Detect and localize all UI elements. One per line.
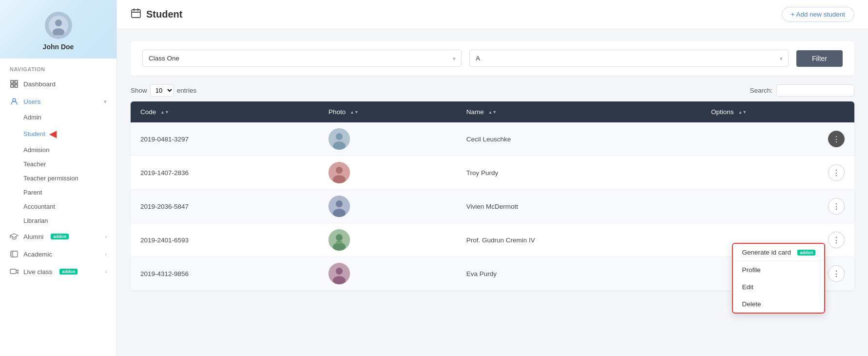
users-chevron-icon: ▾ <box>104 99 107 105</box>
sidebar-subitem-accountant[interactable]: Accountant <box>0 199 116 214</box>
page-title: Student <box>146 9 182 20</box>
svg-point-18 <box>336 200 343 207</box>
sidebar-item-alumni[interactable]: Alumni addon › <box>0 228 116 245</box>
main-content: Student + Add new student Class One Clas… <box>117 0 868 356</box>
dropdown-item-delete[interactable]: Delete <box>733 296 824 313</box>
liveclass-icon <box>10 267 19 276</box>
row-0-photo <box>319 122 457 156</box>
svg-point-25 <box>336 268 343 275</box>
row-2-options-button[interactable]: ⋮ <box>828 198 845 215</box>
sidebar-item-label-academic: Academic <box>23 251 52 258</box>
dropdown-item-edit[interactable]: Edit <box>733 278 824 296</box>
row-4-photo <box>319 257 457 291</box>
sidebar-item-label-alumni: Alumni <box>23 233 43 240</box>
content-area: Class One Class Two Class Three ▾ A B C … <box>117 29 868 356</box>
student-photo-0 <box>328 128 350 150</box>
show-entries-control: Show 10 25 50 entries <box>131 84 196 97</box>
student-photo-3 <box>328 229 350 251</box>
row-0-options: ⋮ <box>701 122 854 156</box>
row-0-name: Cecil Leuschke <box>457 122 701 156</box>
code-sort-icon: ▲▼ <box>160 110 169 115</box>
section-select[interactable]: A B C <box>469 50 789 67</box>
options-dropdown-menu: Generate id card addon Profile Edit Dele… <box>732 243 825 314</box>
row-1-code: 2019-1407-2836 <box>131 156 319 190</box>
svg-rect-23 <box>336 241 342 244</box>
sidebar-subitem-teacher[interactable]: Teacher <box>0 157 116 171</box>
entries-select[interactable]: 10 25 50 <box>150 84 174 97</box>
sidebar-item-users[interactable]: Users ▾ <box>0 93 116 110</box>
generate-id-addon-badge: addon <box>797 250 815 256</box>
liveclass-chevron-icon: › <box>105 269 107 275</box>
sidebar-subitem-student[interactable]: Student ◀ <box>0 124 116 143</box>
row-1-options: ⋮ <box>701 156 854 190</box>
table-row: 2019-2036-5847 Vivien McDermott <box>131 190 854 223</box>
row-2-name: Vivien McDermott <box>457 190 701 223</box>
row-2-photo <box>319 190 457 223</box>
row-1-name: Troy Purdy <box>457 156 701 190</box>
sidebar-item-dashboard[interactable]: Dashboard <box>0 75 116 93</box>
row-3-name: Prof. Gudrun Cremin IV <box>457 223 701 257</box>
filter-bar: Class One Class Two Class Three ▾ A B C … <box>131 41 854 76</box>
users-icon <box>10 97 19 106</box>
svg-rect-9 <box>10 269 16 274</box>
student-photo-1 <box>328 162 350 183</box>
delete-label: Delete <box>742 300 761 308</box>
filter-button[interactable]: Filter <box>796 50 843 67</box>
row-4-name: Eva Purdy <box>457 257 701 291</box>
show-label: Show <box>131 87 147 94</box>
row-3-options-button[interactable]: ⋮ <box>828 232 845 248</box>
page-title-area: Student <box>131 8 182 21</box>
dropdown-item-profile[interactable]: Profile <box>733 261 824 278</box>
table-row: 2019-1407-2836 Troy Purdy <box>131 156 854 190</box>
student-photo-2 <box>328 196 350 217</box>
sidebar-subitem-teacher-permission[interactable]: Teacher permission <box>0 171 116 185</box>
sidebar-subitem-admision[interactable]: Admision <box>0 143 116 157</box>
calendar-icon <box>131 8 141 21</box>
row-0-code: 2019-0481-3297 <box>131 122 319 156</box>
svg-point-21 <box>336 234 343 241</box>
academic-icon <box>10 250 19 258</box>
col-photo: Photo ▲▼ <box>319 101 457 122</box>
search-input[interactable] <box>776 84 854 97</box>
sidebar-header: John Doe <box>0 0 116 59</box>
row-3-photo <box>319 223 457 257</box>
sidebar-item-label-dashboard: Dashboard <box>23 80 56 88</box>
alumni-icon <box>10 232 19 241</box>
name-sort-icon: ▲▼ <box>488 110 497 115</box>
sidebar-subitem-librarian[interactable]: Librarian <box>0 214 116 228</box>
dropdown-item-generate-id[interactable]: Generate id card addon <box>733 244 824 261</box>
row-1-photo <box>319 156 457 190</box>
add-new-student-button[interactable]: + Add new student <box>782 7 854 22</box>
table-header-row: Code ▲▼ Photo ▲▼ Name ▲▼ Options <box>131 101 854 122</box>
generate-id-label: Generate id card <box>742 249 791 256</box>
table-row: 2019-0481-3297 Cecil Leuschke <box>131 122 854 156</box>
alumni-addon-badge: addon <box>51 234 69 239</box>
sidebar-subitem-parent[interactable]: Parent <box>0 185 116 199</box>
profile-label: Profile <box>742 266 760 274</box>
liveclass-addon-badge: addon <box>59 269 77 275</box>
row-1-options-button[interactable]: ⋮ <box>828 164 845 181</box>
student-arrow-indicator: ◀ <box>49 128 57 139</box>
sidebar-item-academic[interactable]: Academic › <box>0 245 116 263</box>
class-select[interactable]: Class One Class Two Class Three <box>142 50 462 67</box>
sidebar-item-label-liveclass: Live class <box>23 268 52 276</box>
svg-rect-8 <box>11 251 18 257</box>
student-photo-4 <box>328 263 350 284</box>
search-area: Search: <box>750 84 854 97</box>
row-4-options-button[interactable]: ⋮ <box>828 265 845 282</box>
row-0-options-button[interactable]: ⋮ <box>828 131 845 147</box>
nav-section-label: NAVIGATION <box>0 59 116 75</box>
svg-point-12 <box>336 133 343 140</box>
class-select-wrapper: Class One Class Two Class Three ▾ <box>142 50 462 67</box>
svg-rect-10 <box>132 10 140 18</box>
col-name: Name ▲▼ <box>457 101 701 122</box>
row-3-code: 2019-2401-6593 <box>131 223 319 257</box>
search-label: Search: <box>750 87 772 94</box>
topbar: Student + Add new student <box>117 0 868 29</box>
row-4-code: 2019-4312-9856 <box>131 257 319 291</box>
sidebar-item-liveclass[interactable]: Live class addon › <box>0 263 116 280</box>
row-2-options: ⋮ <box>701 190 854 223</box>
sidebar-subitem-admin[interactable]: Admin <box>0 110 116 124</box>
row-2-code: 2019-2036-5847 <box>131 190 319 223</box>
col-code: Code ▲▼ <box>131 101 319 122</box>
